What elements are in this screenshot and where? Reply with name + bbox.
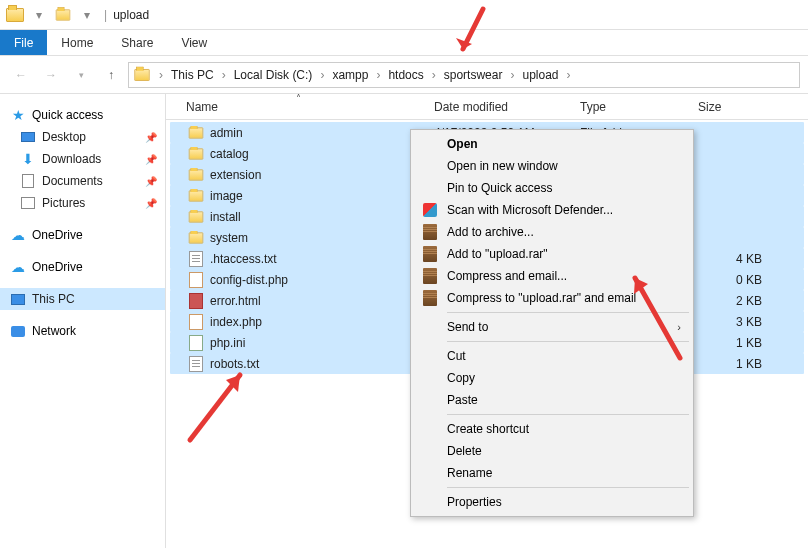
nav-onedrive-1[interactable]: ☁ OneDrive <box>0 224 165 246</box>
txt-file-icon <box>186 251 206 267</box>
ctx-separator <box>447 487 689 488</box>
nav-onedrive-2[interactable]: ☁ OneDrive <box>0 256 165 278</box>
winrar-icon <box>421 245 439 263</box>
ribbon-tab-home[interactable]: Home <box>47 30 107 55</box>
document-icon <box>20 173 36 189</box>
star-icon: ★ <box>10 107 26 123</box>
ctx-delete[interactable]: Delete <box>413 440 691 462</box>
file-size: 3 KB <box>690 315 770 329</box>
file-name: config-dist.php <box>210 273 288 287</box>
desktop-icon <box>20 129 36 145</box>
file-name: php.ini <box>210 336 245 350</box>
winrar-icon <box>421 223 439 241</box>
chevron-right-icon[interactable]: › <box>318 68 326 82</box>
file-name: .htaccess.txt <box>210 252 277 266</box>
picture-icon <box>20 195 36 211</box>
ctx-pin-quick-access[interactable]: Pin to Quick access <box>413 177 691 199</box>
file-size: 1 KB <box>690 336 770 350</box>
chevron-right-icon[interactable]: › <box>430 68 438 82</box>
ctx-add-archive[interactable]: Add to archive... <box>413 221 691 243</box>
nav-desktop[interactable]: Desktop 📌 <box>0 126 165 148</box>
nav-label: OneDrive <box>32 228 83 242</box>
chevron-right-icon[interactable]: › <box>565 68 573 82</box>
nav-label: Pictures <box>42 196 85 210</box>
nav-downloads[interactable]: ⬇ Downloads 📌 <box>0 148 165 170</box>
nav-back-button[interactable]: ← <box>8 62 34 88</box>
crumb-xampp[interactable]: xampp <box>328 68 372 82</box>
window-title: upload <box>113 8 149 22</box>
file-name: install <box>210 210 241 224</box>
chevron-right-icon[interactable]: › <box>220 68 228 82</box>
column-name[interactable]: Name˄ <box>178 94 426 119</box>
folder-icon <box>186 126 206 140</box>
folder-icon <box>186 147 206 161</box>
qat-overflow[interactable]: ▾ <box>76 4 98 26</box>
nav-label: Network <box>32 324 76 338</box>
ribbon-tab-share[interactable]: Share <box>107 30 167 55</box>
nav-forward-button[interactable]: → <box>38 62 64 88</box>
ctx-scan-defender[interactable]: Scan with Microsoft Defender... <box>413 199 691 221</box>
file-name: system <box>210 231 248 245</box>
crumb-this-pc[interactable]: This PC <box>167 68 218 82</box>
chevron-right-icon[interactable]: › <box>374 68 382 82</box>
sort-indicator-icon: ˄ <box>296 93 301 104</box>
file-name: image <box>210 189 243 203</box>
ctx-paste[interactable]: Paste <box>413 389 691 411</box>
crumb-htdocs[interactable]: htdocs <box>384 68 427 82</box>
nav-pictures[interactable]: Pictures 📌 <box>0 192 165 214</box>
column-type[interactable]: Type <box>572 94 690 119</box>
address-bar[interactable]: › This PC › Local Disk (C:) › xampp › ht… <box>128 62 800 88</box>
nav-documents[interactable]: Documents 📌 <box>0 170 165 192</box>
nav-this-pc[interactable]: This PC <box>0 288 165 310</box>
folder-icon <box>134 69 149 81</box>
ribbon-tab-file[interactable]: File <box>0 30 47 55</box>
nav-history-dropdown[interactable]: ▾ <box>68 62 94 88</box>
pin-icon: 📌 <box>145 154 157 165</box>
crumb-sportswear[interactable]: sportswear <box>440 68 507 82</box>
nav-label: Desktop <box>42 130 86 144</box>
nav-label: Quick access <box>32 108 103 122</box>
ctx-open[interactable]: Open <box>413 133 691 155</box>
quick-access-toolbar: ▾ ▾ <box>4 4 98 26</box>
file-size: 2 KB <box>690 294 770 308</box>
chevron-right-icon[interactable]: › <box>157 68 165 82</box>
qat-dropdown[interactable]: ▾ <box>28 4 50 26</box>
download-icon: ⬇ <box>20 151 36 167</box>
annotation-arrow <box>180 360 260 450</box>
ctx-copy[interactable]: Copy <box>413 367 691 389</box>
ctx-create-shortcut[interactable]: Create shortcut <box>413 418 691 440</box>
folder-icon <box>186 231 206 245</box>
ctx-properties[interactable]: Properties <box>413 491 691 513</box>
ini-file-icon <box>186 335 206 351</box>
ribbon: File Home Share View <box>0 30 808 56</box>
column-headers: Name˄ Date modified Type Size <box>166 94 808 120</box>
network-icon <box>10 323 26 339</box>
file-size: 1 KB <box>690 357 770 371</box>
html-file-icon <box>186 293 206 309</box>
title-bar: ▾ ▾ | upload <box>0 0 808 30</box>
php-file-icon <box>186 272 206 288</box>
crumb-upload[interactable]: upload <box>518 68 562 82</box>
winrar-icon <box>421 267 439 285</box>
nav-quick-access[interactable]: ★ Quick access <box>0 104 165 126</box>
pc-icon <box>10 291 26 307</box>
crumb-local-disk[interactable]: Local Disk (C:) <box>230 68 317 82</box>
chevron-right-icon[interactable]: › <box>508 68 516 82</box>
nav-up-button[interactable]: ↑ <box>98 62 124 88</box>
pin-icon: 📌 <box>145 198 157 209</box>
column-size[interactable]: Size <box>690 94 770 119</box>
nav-label: Documents <box>42 174 103 188</box>
php-file-icon <box>186 314 206 330</box>
folder-icon-small <box>52 4 74 26</box>
nav-network[interactable]: Network <box>0 320 165 342</box>
ctx-rename[interactable]: Rename <box>413 462 691 484</box>
file-name: catalog <box>210 147 249 161</box>
ribbon-tab-view[interactable]: View <box>167 30 221 55</box>
column-date[interactable]: Date modified <box>426 94 572 119</box>
ctx-separator <box>447 414 689 415</box>
folder-icon <box>186 189 206 203</box>
folder-icon <box>186 168 206 182</box>
address-row: ← → ▾ ↑ › This PC › Local Disk (C:) › xa… <box>0 56 808 94</box>
defender-shield-icon <box>421 201 439 219</box>
ctx-open-new-window[interactable]: Open in new window <box>413 155 691 177</box>
